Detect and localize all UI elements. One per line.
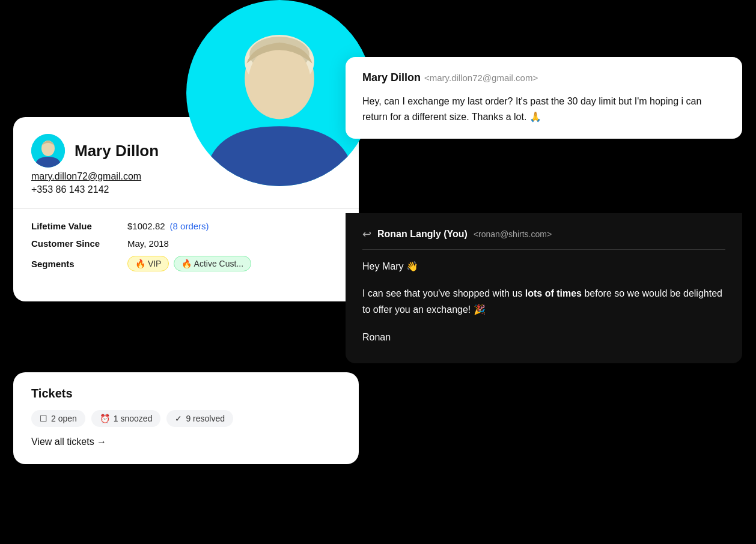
view-all-tickets-link[interactable]: View all tickets → — [31, 437, 341, 447]
reply-arrow-icon: ↩ — [362, 228, 371, 241]
segment-badge-vip[interactable]: 🔥 VIP — [127, 256, 169, 271]
ticket-badge-resolved[interactable]: ✓ 9 resolved — [166, 410, 233, 427]
profile-phone: +353 86 143 2142 — [31, 184, 341, 195]
ticket-badge-open[interactable]: ☐ 2 open — [31, 410, 85, 427]
resolved-icon: ✓ — [175, 414, 182, 423]
svg-point-3 — [248, 46, 311, 118]
segment-badge-active[interactable]: 🔥 Active Cust... — [174, 256, 251, 271]
reply-body-bold: lots of times — [525, 288, 582, 298]
orders-link[interactable]: (8 orders) — [170, 221, 209, 231]
lifetime-value: $1002.82 (8 orders) — [127, 221, 341, 231]
customer-since-value: May, 2018 — [127, 238, 341, 249]
open-count: 2 open — [51, 414, 77, 423]
reply-body-main: I can see that you've shopped with us lo… — [362, 285, 725, 318]
avatar-small — [31, 134, 65, 168]
reply-header: ↩ Ronan Langly (You) <ronan@shirts.com> — [362, 228, 725, 250]
reply-sender-name: Ronan Langly (You) — [377, 229, 468, 240]
profile-name: Mary Dillon — [75, 142, 159, 160]
tickets-title: Tickets — [31, 387, 341, 400]
ticket-badges: ☐ 2 open ⏰ 1 snoozed ✓ 9 resolved — [31, 410, 341, 427]
info-grid: Lifetime Value $1002.82 (8 orders) Custo… — [31, 221, 341, 271]
email-sender-name: Mary Dillon — [362, 71, 421, 84]
ticket-badge-snoozed[interactable]: ⏰ 1 snoozed — [91, 410, 161, 427]
lifetime-value-label: Lifetime Value — [31, 221, 127, 231]
reply-email-body: Hey Mary 👋 I can see that you've shopped… — [362, 258, 725, 345]
customer-email-card: Mary Dillon <mary.dillon72@gmail.com> He… — [346, 57, 742, 139]
segments-label: Segments — [31, 256, 127, 271]
reply-body-greeting: Hey Mary 👋 — [362, 258, 725, 274]
snoozed-count: 1 snoozed — [114, 414, 153, 423]
resolved-count: 9 resolved — [186, 414, 225, 423]
customer-email-body: Hey, can I exchange my last order? It's … — [362, 94, 725, 124]
avatar-large — [186, 0, 373, 186]
snoozed-icon: ⏰ — [100, 414, 110, 423]
tickets-card: Tickets ☐ 2 open ⏰ 1 snoozed ✓ 9 resolve… — [13, 372, 359, 464]
customer-since-label: Customer Since — [31, 238, 127, 249]
open-icon: ☐ — [40, 414, 47, 423]
reply-body-sign: Ronan — [362, 329, 725, 345]
reply-sender-addr: <ronan@shirts.com> — [474, 229, 552, 239]
reply-email-card: ↩ Ronan Langly (You) <ronan@shirts.com> … — [346, 213, 742, 363]
segments-value: 🔥 VIP 🔥 Active Cust... — [127, 256, 341, 271]
reply-body-prefix: I can see that you've shopped with us — [362, 288, 525, 298]
divider-1 — [13, 208, 359, 209]
email-sender: Mary Dillon <mary.dillon72@gmail.com> — [362, 71, 725, 84]
email-sender-addr: <mary.dillon72@gmail.com> — [424, 73, 538, 83]
